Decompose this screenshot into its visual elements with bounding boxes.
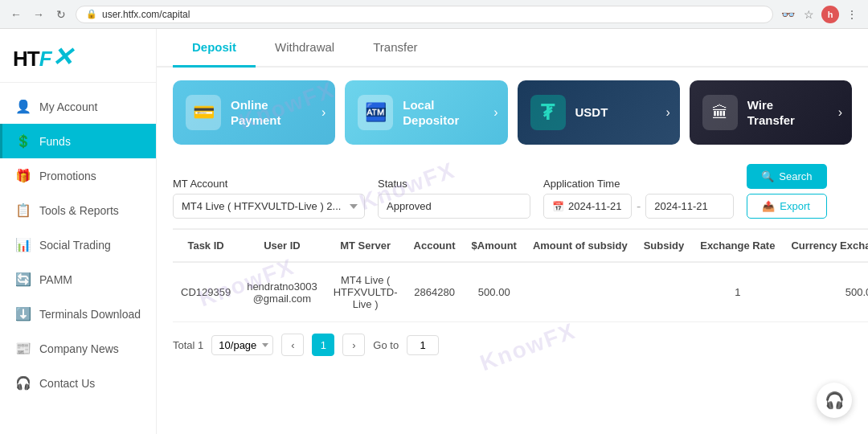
refresh-button[interactable]: ↻ xyxy=(53,6,69,23)
sidebar-item-contact-us[interactable]: 🎧 Contact Us xyxy=(0,366,156,400)
tab-transfer[interactable]: Transfer xyxy=(354,29,436,68)
menu-icon[interactable]: ⋮ xyxy=(844,6,860,23)
total-label: Total 1 xyxy=(173,339,203,351)
tab-withdrawal[interactable]: Withdrawal xyxy=(256,29,354,68)
sidebar-label-promotions: Promotions xyxy=(39,170,96,182)
sidebar-item-promotions[interactable]: 🎁 Promotions xyxy=(0,158,156,193)
usdt-arrow: › xyxy=(665,105,669,120)
download-icon: ⬇️ xyxy=(15,306,31,321)
star-icon[interactable]: ☆ xyxy=(800,6,817,23)
sidebar-item-my-account[interactable]: 👤 My Account xyxy=(0,89,156,124)
browser-bar: ← → ↻ 🔒 user.htfx.com/capital 👓 ☆ h ⋮ xyxy=(0,0,868,29)
sidebar-item-company-news[interactable]: 📰 Company News xyxy=(0,331,156,366)
date-range: 📅 2024-11-21 - 2024-11-21 xyxy=(543,194,734,219)
sidebar-label-contact: Contact Us xyxy=(39,377,95,390)
promotions-icon: 🎁 xyxy=(15,168,31,183)
sidebar-item-tools-reports[interactable]: 📋 Tools & Reports xyxy=(0,193,156,227)
back-button[interactable]: ← xyxy=(8,6,24,23)
goto-input[interactable] xyxy=(407,335,439,355)
sidebar-label-social-trading: Social Trading xyxy=(39,239,111,252)
cell-mt-server: MT4 Live (HTFXVULTD-Live ) xyxy=(326,262,406,322)
usdt-card[interactable]: ₮ USDT › xyxy=(518,80,680,145)
tools-icon: 📋 xyxy=(15,203,31,218)
url-bar[interactable]: 🔒 user.htfx.com/capital xyxy=(76,6,773,23)
search-label: Search xyxy=(779,170,812,182)
online-payment-label: OnlinePayment xyxy=(231,97,281,129)
social-trading-icon: 📊 xyxy=(15,237,31,252)
logo: HTF✕ xyxy=(13,42,143,72)
export-button[interactable]: 📤 Export xyxy=(747,194,826,219)
next-page-button[interactable]: › xyxy=(342,334,365,356)
data-table: Task ID User ID MT Server Account $Amoun… xyxy=(173,228,868,322)
usdt-label: USDT xyxy=(575,104,608,121)
pagination: Total 1 10/page ‹ 1 › Go to xyxy=(157,322,868,367)
my-account-icon: 👤 xyxy=(15,99,31,114)
col-amount-subsidy: Amount of subsidy xyxy=(525,229,636,262)
support-button[interactable]: 🎧 xyxy=(817,383,852,418)
goto-label: Go to xyxy=(373,339,399,351)
news-icon: 📰 xyxy=(15,341,31,356)
forward-button[interactable]: → xyxy=(31,6,47,23)
filter-buttons: 🔍 Search 📤 Export xyxy=(747,164,826,219)
export-icon: 📤 xyxy=(762,200,775,212)
date-to-value: 2024-11-21 xyxy=(654,200,708,212)
wire-transfer-arrow: › xyxy=(838,105,842,120)
sidebar-item-pamm[interactable]: 🔄 PAMM xyxy=(0,262,156,297)
wire-transfer-label: WireTransfer xyxy=(747,97,795,129)
wire-transfer-card[interactable]: 🏛 WireTransfer › xyxy=(690,80,852,145)
mt-account-filter: MT Account MT4 Live ( HTFXVULTD-Live ) 2… xyxy=(173,178,365,219)
prev-page-button[interactable]: ‹ xyxy=(281,334,304,356)
col-amount: $Amount xyxy=(464,229,525,262)
online-payment-arrow: › xyxy=(321,105,326,120)
url-text: user.htfx.com/capital xyxy=(102,9,190,20)
contact-icon: 🎧 xyxy=(15,375,31,391)
col-task-id: Task ID xyxy=(173,229,239,262)
filter-area: MT Account MT4 Live ( HTFXVULTD-Live ) 2… xyxy=(157,158,868,228)
status-label: Status xyxy=(378,178,530,190)
payment-methods: 💳 OnlinePayment › 🏧 LocalDepositor › ₮ U… xyxy=(157,68,868,158)
sidebar-label-my-account: My Account xyxy=(39,100,97,113)
sidebar-item-terminals-download[interactable]: ⬇️ Terminals Download xyxy=(0,297,156,331)
date-from-input[interactable]: 📅 2024-11-21 xyxy=(543,194,632,219)
local-depositor-card[interactable]: 🏧 LocalDepositor › xyxy=(345,80,507,145)
sidebar-nav: 👤 My Account 💲 Funds 🎁 Promotions 📋 Tool… xyxy=(0,83,156,434)
search-button[interactable]: 🔍 Search xyxy=(747,164,826,189)
date-to-input[interactable]: 2024-11-21 xyxy=(645,194,734,219)
calendar-icon: 📅 xyxy=(552,201,564,212)
pamm-icon: 🔄 xyxy=(15,272,31,287)
mt-account-label: MT Account xyxy=(173,178,365,190)
lock-icon: 🔒 xyxy=(86,9,97,19)
date-filter: Application Time 📅 2024-11-21 - 2024-11-… xyxy=(543,178,734,219)
sidebar-label-tools: Tools & Reports xyxy=(39,204,119,217)
sidebar-item-social-trading[interactable]: 📊 Social Trading xyxy=(0,227,156,262)
wire-transfer-icon: 🏛 xyxy=(702,95,738,130)
page-1-button[interactable]: 1 xyxy=(312,334,334,356)
mt-account-select[interactable]: MT4 Live ( HTFXVULTD-Live ) 2... xyxy=(173,194,365,219)
col-account: Account xyxy=(406,229,464,262)
sidebar: HTF✕ 👤 My Account 💲 Funds 🎁 Promotions 📋… xyxy=(0,29,157,434)
support-icon: 🎧 xyxy=(825,391,845,410)
content-area: KnowFX KnowFX KnowFX KnowFX Deposit With… xyxy=(157,29,868,434)
table-row: CD129359 hendratno3003@gmail.com MT4 Liv… xyxy=(173,262,868,322)
col-exchange-rate: Exchange Rate xyxy=(692,229,783,262)
sidebar-item-funds[interactable]: 💲 Funds xyxy=(0,124,156,158)
tab-deposit[interactable]: Deposit xyxy=(173,29,256,68)
online-payment-card[interactable]: 💳 OnlinePayment › xyxy=(173,80,335,145)
sidebar-label-terminals: Terminals Download xyxy=(39,308,141,321)
col-user-id: User ID xyxy=(239,229,325,262)
date-label: Application Time xyxy=(543,178,734,190)
user-avatar[interactable]: h xyxy=(821,6,839,23)
local-depositor-arrow: › xyxy=(493,105,497,120)
logo-area: HTF✕ xyxy=(0,29,156,83)
sidebar-label-news: Company News xyxy=(39,342,119,355)
cell-user-id: hendratno3003@gmail.com xyxy=(239,262,325,322)
status-filter: Status xyxy=(378,178,530,219)
date-separator: - xyxy=(637,199,641,214)
eyeglasses-icon: 👓 xyxy=(780,6,796,23)
cell-task-id: CD129359 xyxy=(173,262,239,322)
tabs-bar: Deposit Withdrawal Transfer xyxy=(157,29,868,68)
status-input[interactable] xyxy=(378,194,530,219)
funds-icon: 💲 xyxy=(15,133,31,149)
local-depositor-icon: 🏧 xyxy=(358,95,393,130)
page-size-select[interactable]: 10/page xyxy=(211,335,273,355)
